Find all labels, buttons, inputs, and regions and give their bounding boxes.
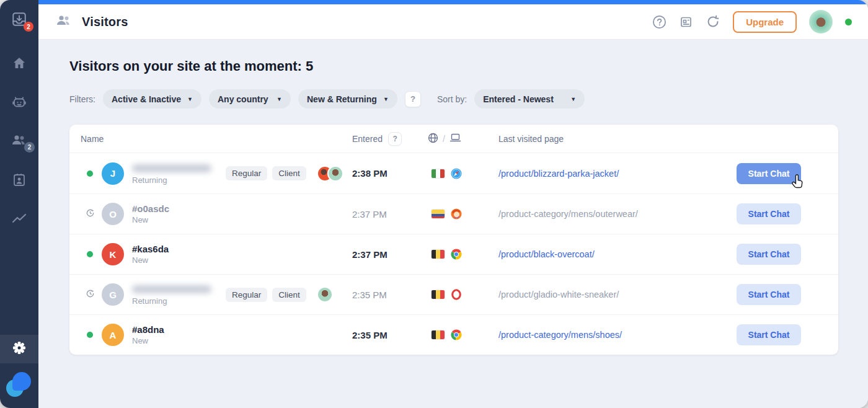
- sidebar-item-visitors[interactable]: 2: [0, 133, 38, 148]
- visitor-name-block: #a8dnaNew: [132, 324, 164, 346]
- chrome-icon: [451, 249, 462, 260]
- entered-help-button[interactable]: ?: [388, 132, 402, 146]
- filter-activity-dropdown[interactable]: Active & Inactive ▼: [103, 89, 202, 109]
- last-visited-link[interactable]: /product/black-overcoat/: [490, 249, 737, 259]
- entered-time: 2:35 PM: [335, 330, 409, 340]
- visitors-badge: 2: [24, 142, 35, 153]
- start-chat-button[interactable]: Start Chat: [737, 244, 801, 265]
- entered-time: 2:37 PM: [335, 249, 409, 260]
- online-status-dot: [87, 251, 93, 257]
- top-accent-strip: [38, 0, 868, 4]
- visitor-name-block: Returning: [132, 283, 211, 306]
- visitor-name[interactable]: #o0asdc: [132, 203, 169, 215]
- idle-status-icon: [86, 208, 95, 220]
- main-content: Visitors on your site at the moment: 5 F…: [38, 40, 868, 408]
- entered-label: Entered: [352, 134, 383, 144]
- visitor-name-block: Returning: [132, 162, 211, 185]
- belgium-flag-icon: [432, 290, 445, 299]
- last-visited-link[interactable]: /product/blizzard-parka-jacket/: [490, 169, 737, 179]
- chevron-down-icon: ▼: [277, 96, 282, 102]
- table-row: JReturningRegularClient2:38 PM/product/b…: [69, 153, 838, 193]
- table-row: K#kas6daNew2:37 PM/product/black-overcoa…: [69, 234, 838, 274]
- colombia-flag-icon: [432, 210, 445, 218]
- avatar: O: [102, 203, 124, 225]
- table-row: A#a8dnaNew2:35 PM/product-category/mens/…: [69, 314, 838, 355]
- filter-activity-value: Active & Inactive: [112, 94, 181, 104]
- operator-avatar: [317, 286, 333, 303]
- sort-by-label: Sort by:: [437, 94, 467, 104]
- visitor-rows: JReturningRegularClient2:38 PM/product/b…: [69, 153, 838, 355]
- column-header-entered: Entered ?: [335, 132, 409, 146]
- filter-country-dropdown[interactable]: Any country ▼: [209, 89, 291, 109]
- visitor-tag: Client: [272, 166, 306, 180]
- visitor-type-label: New: [132, 336, 164, 345]
- avatar: J: [102, 162, 124, 185]
- safari-icon: [451, 168, 462, 179]
- column-header-name: Name: [81, 134, 335, 144]
- sidebar-item-chatbot[interactable]: [0, 94, 38, 110]
- filter-returning-dropdown[interactable]: New & Returning ▼: [298, 89, 397, 109]
- table-row: O#o0asdcNew2:37 PM/product-category/mens…: [69, 193, 838, 234]
- chevron-down-icon: ▼: [187, 96, 193, 102]
- start-chat-button[interactable]: Start Chat: [737, 163, 801, 184]
- table-header: Name Entered ? /: [69, 125, 838, 153]
- help-icon[interactable]: [652, 15, 666, 29]
- visitors-table-card: Name Entered ? /: [69, 125, 838, 355]
- italy-flag-icon: [432, 169, 445, 178]
- chevron-down-icon: ▼: [570, 96, 576, 102]
- chrome-icon: [451, 329, 462, 340]
- sort-dropdown[interactable]: Entered - Newest ▼: [474, 89, 585, 109]
- visitor-tags: RegularClient: [226, 166, 306, 180]
- sidebar-item-analytics[interactable]: [0, 212, 38, 224]
- avatar: K: [102, 243, 124, 265]
- tidio-logo[interactable]: [0, 363, 38, 408]
- filter-returning-value: New & Returning: [307, 94, 377, 104]
- visitor-name-block: #o0asdcNew: [132, 203, 169, 225]
- upgrade-button[interactable]: Upgrade: [733, 11, 797, 33]
- operator-avatars: [317, 286, 333, 303]
- sidebar-item-home[interactable]: [0, 56, 38, 71]
- visitor-type-label: Returning: [132, 296, 211, 306]
- visitors-heading: Visitors on your site at the moment: 5: [69, 58, 838, 74]
- geo-separator: /: [443, 134, 445, 144]
- entered-time: 2:35 PM: [335, 290, 409, 300]
- logo-bubble-dark: [12, 372, 31, 391]
- refresh-icon[interactable]: [706, 14, 720, 29]
- visitor-tag: Client: [272, 288, 306, 302]
- start-chat-button[interactable]: Start Chat: [737, 284, 801, 305]
- inbox-badge: 2: [24, 22, 33, 32]
- visitor-type-label: Returning: [132, 175, 211, 185]
- sidebar: 2 2: [0, 0, 38, 408]
- sort-value: Entered - Newest: [483, 94, 554, 104]
- visitor-name[interactable]: #kas6da: [132, 244, 169, 255]
- news-icon[interactable]: [679, 15, 693, 29]
- start-chat-button[interactable]: Start Chat: [737, 324, 801, 345]
- visitors-people-icon: [55, 13, 73, 30]
- visitor-name-block: #kas6daNew: [132, 244, 169, 265]
- analytics-icon: [11, 212, 27, 224]
- column-header-last-visited: Last visited page: [490, 134, 737, 144]
- user-avatar[interactable]: [809, 10, 833, 33]
- sidebar-item-contacts[interactable]: [0, 172, 38, 187]
- filters-help-button[interactable]: ?: [405, 91, 421, 107]
- visitor-tag: Regular: [226, 288, 267, 302]
- last-visited-link[interactable]: /product-category/mens/shoes/: [490, 330, 737, 340]
- blurred-name: [132, 285, 211, 293]
- home-icon: [12, 56, 27, 71]
- belgium-flag-icon: [432, 250, 445, 259]
- visitor-type-label: New: [132, 215, 169, 224]
- contacts-icon: [12, 172, 27, 187]
- online-status-dot: [87, 171, 93, 177]
- globe-icon: [428, 133, 438, 145]
- filter-country-value: Any country: [218, 94, 268, 104]
- blurred-name: [132, 164, 211, 172]
- settings-gear-icon: [12, 341, 26, 357]
- entered-time: 2:38 PM: [335, 168, 409, 179]
- sidebar-item-inbox[interactable]: 2: [0, 11, 38, 27]
- online-status-dot: [845, 19, 852, 25]
- sidebar-item-settings[interactable]: [0, 335, 38, 363]
- start-chat-button[interactable]: Start Chat: [737, 203, 801, 224]
- avatar: G: [102, 283, 124, 306]
- visitor-name[interactable]: #a8dna: [132, 324, 164, 336]
- idle-status-icon: [86, 289, 95, 301]
